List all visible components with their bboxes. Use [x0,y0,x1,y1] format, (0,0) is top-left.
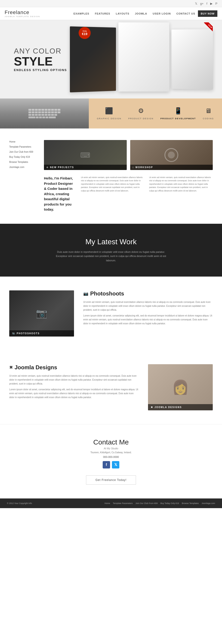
project-card-new[interactable]: ⌨ ☆ NEW PROJECTS [44,140,127,170]
sidebar-joomlage[interactable]: Joomlage.com [9,166,37,169]
workshop-text: WORKSHOP [136,166,153,168]
content-main: ⌨ ☆ NEW PROJECTS □ WORKSHOP [44,140,213,212]
joomla-title-icon: ✖ [9,365,13,370]
photo-title-icon: 📷 [83,291,88,296]
work-desc: Duis aute irure dolor in reprehenderit i… [53,250,169,263]
feature-graphic-design: ⬛ Graphic Design [97,107,122,120]
nav-layouts[interactable]: LAYOUTS [113,10,132,17]
photoshoots-section: 📷 📷 PHOTOSHOOTS 📷 Photoshoots Ut enim ad… [0,276,222,350]
photoshoots-title: 📷 Photoshoots [83,290,213,297]
project-grid: ⌨ ☆ NEW PROJECTS □ WORKSHOP [44,140,213,170]
photoshoots-img-label: 📷 PHOTOSHOOTS [9,330,74,336]
photoshoots-content: 📷 Photoshoots Ut enim ad minim veniam, q… [83,290,213,327]
footer-browse-templates[interactable]: Browse Templates [182,502,199,504]
graphic-design-label: Graphic Design [97,118,122,120]
joomla-img-text: JOOMLA DESIGNS [155,406,182,408]
studio-label: At My Studio [9,447,213,450]
nav-joomla[interactable]: JOOMLA [132,10,150,17]
feature-coding: 🖥 Coding [203,107,214,120]
nav-user-login[interactable]: USER LOGIN [150,10,173,17]
hero-screenshots [70,22,213,92]
joomla-title: ✖ Joomla Designs [9,364,139,371]
footer-template-params[interactable]: Template Parameters [113,502,133,504]
lorem-col-2: Ut enim ad minim veniam, quis nostrud ex… [149,176,213,212]
footer-buy-today[interactable]: Buy Today Only €19 [161,502,179,504]
photo-img-icon: 📷 [12,332,15,335]
hero-line1: ANY COLOR [14,47,79,55]
photoshoots-image: 📷 📷 PHOTOSHOOTS [9,290,74,336]
screenshot-right [171,29,213,90]
youtube-link[interactable]: ▶ [210,2,212,5]
content-section: Home Template Parameters Join Our Club f… [0,128,222,224]
sidebar-home[interactable]: Home [9,140,37,144]
joomla-content: ✖ Joomla Designs Ut enim ad minim veniam… [9,364,139,401]
workshop-icon: □ [133,166,134,168]
joomla-img-label: ✖ JOOMLA DESIGNS [148,404,213,410]
sidebar-buy-today[interactable]: Buy Today Only €19 [9,155,37,159]
dark-section: My Latest Work Duis aute irure dolor in … [0,224,222,276]
contact-section: Contact Me At My Studio Toureen, Kildoll… [0,424,222,498]
price-badge: Only €19 [79,27,91,39]
coding-label: Coding [203,118,214,120]
main-nav: EXAMPLES FEATURES LAYOUTS JOOMLA USER LO… [42,10,217,17]
intro-text: Hello, I'm Finbarr, Product Designer & C… [44,176,76,212]
camera-visual: 📷 [36,308,47,319]
social-bar: 𝕏 g+ f ▶ P [0,0,222,7]
sidebar: Home Template Parameters Join Our Club f… [9,140,37,212]
footer-home[interactable]: Home [104,502,110,504]
project-card-workshop[interactable]: □ WORKSHOP [130,140,213,170]
sidebar-join-club[interactable]: Join Our Club from €69 [9,150,37,154]
sidebar-template-params[interactable]: Template Parameters [9,145,37,149]
cta-button[interactable]: Get Freelance Today! [86,476,136,484]
twitter-link[interactable]: 𝕏 [195,2,197,5]
joomla-bg: 👩 [148,364,213,410]
feature-product-design: ⚙ Product Design [128,107,154,120]
photo-bg: 📷 [9,290,74,336]
product-dev-label: Product Development [161,118,196,120]
features-strip: ⬛ Graphic Design ⚙ Product Design 📱 Prod… [0,98,222,128]
speaker-visual [164,148,178,162]
logo-area: Freelance JOOMLA TEMPLATE DESIGN [5,10,42,18]
product-design-label: Product Design [128,118,154,120]
gplus-link[interactable]: g+ [200,2,204,5]
pinterest-link[interactable]: P [215,2,217,5]
nav-contact-us[interactable]: CONTACT US [174,10,198,17]
gear-icon: ⚙ [128,107,154,115]
footer-links: Home Template Parameters Join Our Club F… [104,502,215,504]
logo-subtitle: JOOMLA TEMPLATE DESIGN [5,16,42,18]
joomla-body2: Lorem ipsum dolor sit amet, consectetur … [9,388,139,399]
footer-join-club[interactable]: Join Our Club From €69 [136,502,158,504]
footer-joomlage[interactable]: Joomlage.com [201,502,215,504]
contact-title: Contact Me [9,438,213,446]
new-projects-text: NEW PROJECTS [50,166,74,168]
hero-line3: ENDLESS STYLING OPTIONS [14,68,79,72]
facebook-link[interactable]: f [206,2,207,5]
hero-line2: STYLE [14,55,79,67]
star-icon: ☆ [46,166,49,168]
features-right: ⬛ Graphic Design ⚙ Product Design 📱 Prod… [89,98,222,128]
keyboard-rows [29,109,60,118]
keyboard-visual [0,98,89,128]
lorem-col-1: Ut enim ad minim veniam, quis nostrud ex… [81,176,145,212]
feature-product-dev: 📱 Product Development [161,107,196,120]
nav-features[interactable]: FEATURES [92,10,113,17]
sidebar-browse-templates[interactable]: Browse Templates [9,160,37,164]
joomla-body1: Ut enim ad minim veniam, quis nostrud ex… [9,374,139,386]
cube-icon: ⬛ [97,107,122,115]
nav-buy-now[interactable]: BUY NOW [198,10,217,17]
woman-visual: 👩 [172,379,189,395]
content-body: Hello, I'm Finbarr, Product Designer & C… [44,176,213,212]
photo-img-text: PHOTOSHOOTS [17,332,40,335]
header: Freelance JOOMLA TEMPLATE DESIGN EXAMPLE… [0,7,222,20]
joomla-img-icon: ✖ [151,406,153,408]
hero-text: ANY COLOR STYLE ENDLESS STYLING OPTIONS [14,47,79,72]
work-title: My Latest Work [9,238,213,246]
workshop-label: □ WORKSHOP [130,165,213,170]
twitter-icon-box[interactable]: 𝕏 [112,461,119,468]
hero-section: ANY COLOR STYLE ENDLESS STYLING OPTIONS … [0,20,222,98]
speaker-inner [168,152,175,158]
contact-phone: 000-000-0000 [9,456,213,458]
nav-examples[interactable]: EXAMPLES [71,10,92,17]
new-projects-label: ☆ NEW PROJECTS [44,165,127,170]
facebook-icon-box[interactable]: f [103,461,110,468]
